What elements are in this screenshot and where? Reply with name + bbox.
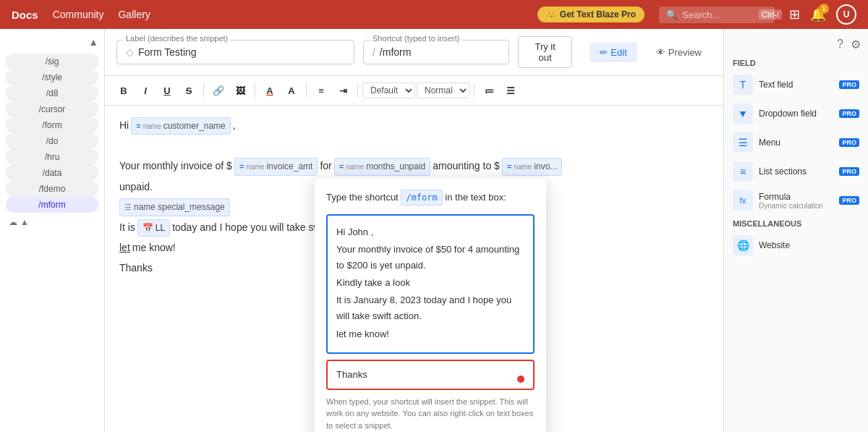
line3-prefix: It is	[119, 219, 135, 237]
sidebar-item-mform[interactable]: /mform	[6, 197, 98, 213]
format-select[interactable]: Default	[362, 82, 415, 98]
sidebar-toggle[interactable]: ▲	[6, 36, 98, 48]
toolbar-separator-4	[357, 83, 358, 98]
toolbar-separator-2	[255, 83, 255, 98]
editor-body[interactable]: Hi = name customer_name , Your monthly i…	[105, 106, 723, 432]
settings-icon[interactable]: ⚙	[851, 38, 861, 51]
main-layout: ▲ /sig/style/d8/cursor/form/do/hru/data/…	[0, 29, 868, 432]
sidebar-item-sig[interactable]: /sig	[6, 54, 98, 69]
user-avatar[interactable]: U	[836, 4, 856, 25]
sidebar-item-do[interactable]: /do	[6, 133, 98, 149]
crown-icon: 👑	[546, 9, 557, 20]
sidebar-item-data[interactable]: /data	[6, 165, 98, 181]
link-button[interactable]: 🔗	[208, 80, 229, 101]
label-icon: ◇	[126, 46, 134, 58]
popup-dialog: Type the shortcut /mform in the text box…	[315, 178, 546, 432]
align-button[interactable]: ≡	[311, 80, 331, 101]
text-field-label: Text field	[759, 80, 833, 90]
pro-badge-formula: PRO	[839, 196, 859, 205]
shortcut-value: /mform	[380, 46, 412, 58]
invoice-amt-chip[interactable]: = name invoice_amt	[234, 158, 318, 175]
image-button[interactable]: 🖼	[230, 80, 250, 101]
menu-icon: ☰	[733, 132, 753, 153]
edit-button[interactable]: ✏ Edit	[590, 43, 637, 62]
nav-community[interactable]: Community	[53, 9, 104, 20]
pencil-icon: ✏	[600, 47, 608, 58]
snippet-list: /sig/style/d8/cursor/form/do/hru/data/fd…	[6, 54, 98, 213]
pro-badge-dropdown-field: PRO	[839, 109, 859, 118]
highlight-button[interactable]: A	[281, 80, 302, 101]
sidebar-item-d8[interactable]: /d8	[6, 85, 98, 101]
label-legend: Label (describes the snippet)	[123, 34, 231, 43]
date-format: LL	[156, 221, 165, 235]
popup-thanks-text: Thanks	[336, 367, 367, 383]
thanks-text: Thanks	[119, 260, 153, 277]
months-unpaid-chip[interactable]: = name months_unpaid	[334, 158, 431, 175]
panel-item-list-sections[interactable]: ≡ List sections PRO	[724, 157, 868, 186]
panel-item-menu[interactable]: ☰ Menu PRO	[724, 128, 868, 157]
panel-item-dropdown-field[interactable]: ▼ Dropdown field PRO	[724, 99, 868, 128]
question-icon[interactable]: ?	[837, 38, 843, 51]
panel-item-formula[interactable]: fx Formula Dynamic calculation PRO	[724, 186, 868, 215]
search-bar[interactable]: 🔍 Ctrl-/	[659, 7, 775, 23]
popup-shortcut-badge: /mform	[401, 190, 442, 206]
brand-logo[interactable]: Docs	[12, 9, 38, 21]
preview-line-5: let me know!	[336, 326, 524, 342]
pro-upgrade-button[interactable]: 👑 Get Text Blaze Pro	[537, 7, 644, 22]
search-shortcut-badge: Ctrl-/	[759, 9, 782, 20]
style-select[interactable]: Normal	[417, 82, 469, 98]
customer-name-chip[interactable]: = name customer_name	[131, 117, 231, 135]
eye-icon: 👁	[656, 47, 665, 58]
bold-button[interactable]: B	[114, 80, 134, 101]
panel-item-website[interactable]: 🌐 Website	[724, 231, 868, 260]
list-sections-icon: ≡	[733, 161, 753, 182]
sidebar-item-form[interactable]: /form	[6, 117, 98, 133]
notification-bell[interactable]: 🔔 1	[810, 7, 826, 22]
line2-suffix: amounting to $	[433, 158, 500, 175]
label-field[interactable]: Label (describes the snippet) ◇ Form Tes…	[116, 40, 354, 64]
nav-gallery[interactable]: Gallery	[118, 9, 150, 20]
text-field-icon: T	[733, 75, 753, 95]
strikethrough-button[interactable]: S	[179, 80, 199, 101]
text-color-button[interactable]: A	[260, 80, 280, 101]
notification-badge: 1	[819, 4, 829, 14]
editor-line-1: Hi = name customer_name ,	[119, 117, 709, 135]
popup-preview-box: Hi John , Your monthly invoice of $50 fo…	[326, 214, 535, 354]
snippet-group-cloud[interactable]: ☁ ▲	[6, 216, 98, 229]
toolbar-separator-3	[306, 83, 307, 98]
editor-toolbar: B I U S 🔗 🖼 A A ≡ ⇥ Default Normal ≔ ☰	[105, 76, 723, 106]
indent-button[interactable]: ⇥	[333, 80, 353, 101]
grid-icon[interactable]: ⊞	[789, 7, 800, 22]
group-expand-icon: ▲	[20, 217, 29, 227]
sidebar-item-hru[interactable]: /hru	[6, 149, 98, 165]
editor-line-3: Your monthly invoice of $ = name invoice…	[119, 158, 709, 175]
sidebar-item-fdemo[interactable]: /fdemo	[6, 181, 98, 197]
search-icon: 🔍	[666, 9, 678, 20]
sidebar-item-cursor[interactable]: /cursor	[6, 101, 98, 117]
cloud-icon: ☁	[9, 217, 17, 227]
shortcut-field[interactable]: Shortcut (typed to insert) / /mform	[363, 40, 509, 64]
pro-badge-list-sections: PRO	[839, 167, 859, 176]
preview-line-1: Hi John ,	[336, 224, 524, 240]
underline-button[interactable]: U	[157, 80, 177, 101]
date-chip[interactable]: 📅 LL	[137, 219, 170, 237]
panel-item-text-field[interactable]: T Text field PRO	[724, 70, 868, 99]
italic-button[interactable]: I	[135, 80, 156, 101]
special-message-chip[interactable]: ☰ name special_message	[119, 198, 230, 216]
sidebar: ▲ /sig/style/d8/cursor/form/do/hru/data/…	[0, 29, 105, 432]
toolbar-separator-1	[203, 83, 204, 98]
try-it-button[interactable]: Try it out	[518, 36, 572, 68]
right-panel: ? ⚙ field T Text field PRO ▼ Dropdown fi…	[723, 29, 868, 432]
popup-footer: When typed, your shortcut will insert th…	[326, 396, 535, 432]
unpaid-text: unpaid.	[119, 179, 153, 196]
invoice-chip[interactable]: = name invo...	[502, 158, 562, 175]
popup-thanks-box[interactable]: Thanks	[326, 360, 535, 390]
unordered-list-button[interactable]: ☰	[501, 80, 521, 101]
right-panel-top: ? ⚙	[724, 35, 868, 54]
search-input[interactable]	[682, 9, 754, 20]
pro-badge-menu: PRO	[839, 138, 859, 147]
preview-button[interactable]: 👁 Preview	[646, 43, 712, 62]
ordered-list-button[interactable]: ≔	[479, 80, 499, 101]
sidebar-item-style[interactable]: /style	[6, 69, 98, 85]
formula-label: Formula Dynamic calculation	[759, 192, 833, 210]
